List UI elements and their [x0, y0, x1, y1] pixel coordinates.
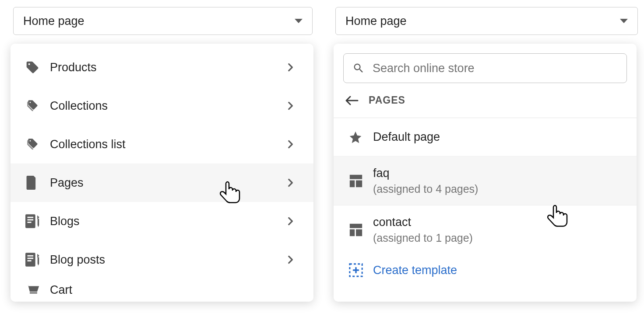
template-title: contact [373, 215, 473, 230]
template-subtitle: (assigned to 1 page) [373, 231, 473, 245]
svg-rect-7 [28, 257, 34, 259]
template-picker-dropdown[interactable]: Home page [13, 7, 313, 35]
template-item-faq[interactable]: faq (assigned to 4 pages) [334, 156, 637, 205]
blog-icon [25, 214, 42, 228]
chevron-right-icon [285, 62, 296, 73]
svg-rect-2 [28, 219, 34, 220]
dropdown-label: Home page [23, 14, 84, 28]
svg-rect-3 [28, 222, 32, 223]
create-template-button[interactable]: Create template [334, 254, 637, 286]
template-picker-dropdown[interactable]: Home page [335, 7, 638, 35]
cart-icon [25, 283, 42, 296]
search-wrap [334, 44, 637, 83]
svg-rect-11 [350, 180, 355, 187]
template-title: faq [373, 166, 478, 181]
category-label: Collections list [50, 138, 285, 151]
back-header: PAGES [334, 83, 637, 118]
svg-rect-14 [350, 230, 355, 236]
category-item-pages[interactable]: Pages [11, 163, 313, 202]
tags-icon [25, 98, 42, 113]
search-input[interactable] [373, 62, 618, 75]
back-arrow-icon[interactable] [345, 95, 359, 106]
search-field[interactable] [343, 53, 627, 83]
category-item-products[interactable]: Products [11, 48, 313, 87]
svg-rect-12 [356, 180, 362, 187]
back-title: PAGES [369, 94, 405, 106]
chevron-right-icon [285, 216, 296, 227]
caret-down-icon [620, 19, 628, 23]
create-template-label: Create template [373, 264, 457, 277]
category-item-cart[interactable]: Cart [11, 279, 313, 301]
tag-icon [25, 60, 42, 74]
category-label: Cart [50, 283, 299, 297]
template-item-default[interactable]: Default page [334, 118, 637, 156]
chevron-right-icon [285, 100, 296, 111]
svg-rect-1 [28, 217, 34, 218]
svg-rect-13 [350, 224, 362, 228]
chevron-right-icon [285, 177, 296, 188]
svg-rect-0 [25, 214, 35, 228]
caret-down-icon [295, 19, 303, 23]
svg-rect-15 [356, 230, 362, 236]
category-item-blog-posts[interactable]: Blog posts [11, 240, 313, 279]
svg-rect-10 [350, 174, 362, 179]
svg-rect-6 [28, 255, 34, 257]
category-item-collections[interactable]: Collections [11, 87, 313, 125]
star-icon [348, 130, 365, 144]
template-icon [348, 223, 365, 237]
template-title: Default page [373, 129, 440, 145]
template-subtitle: (assigned to 4 pages) [373, 182, 478, 196]
tags-icon [25, 137, 42, 152]
template-icon [348, 174, 365, 188]
search-icon [352, 62, 365, 74]
template-categories-popover: Products Collections Collections list [11, 44, 313, 302]
dropdown-label: Home page [345, 14, 407, 28]
template-item-contact[interactable]: contact (assigned to 1 page) [334, 205, 637, 254]
chevron-right-icon [285, 254, 296, 265]
category-label: Blog posts [50, 253, 285, 267]
right-panel: Home page PAGES Default page [329, 0, 644, 35]
svg-rect-9 [38, 257, 39, 264]
category-label: Products [50, 61, 285, 74]
category-label: Pages [50, 176, 285, 190]
chevron-right-icon [285, 139, 296, 150]
category-item-blogs[interactable]: Blogs [11, 202, 313, 240]
create-template-icon [348, 263, 365, 278]
category-label: Collections [50, 99, 285, 113]
templates-popover: PAGES Default page faq (assigned to 4 pa… [334, 44, 637, 302]
category-item-collections-list[interactable]: Collections list [11, 125, 313, 163]
svg-rect-5 [25, 253, 35, 267]
page-icon [25, 176, 42, 190]
svg-rect-4 [38, 219, 39, 225]
blog-post-icon [25, 253, 42, 267]
svg-rect-8 [28, 260, 32, 261]
left-panel: Home page Products Collections [0, 0, 320, 35]
category-label: Blogs [50, 215, 285, 228]
category-list: Products Collections Collections list [11, 44, 313, 301]
